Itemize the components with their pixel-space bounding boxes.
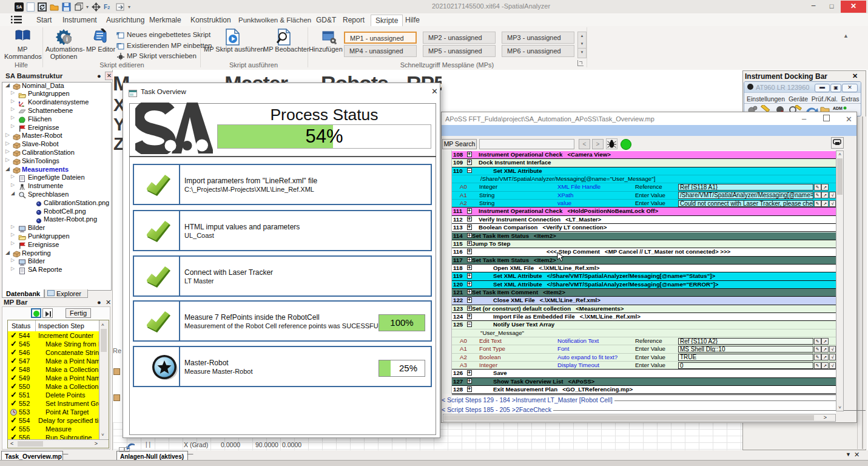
svg-text:i: i <box>66 36 68 42</box>
svg-text:ADM: ADM <box>833 106 843 110</box>
